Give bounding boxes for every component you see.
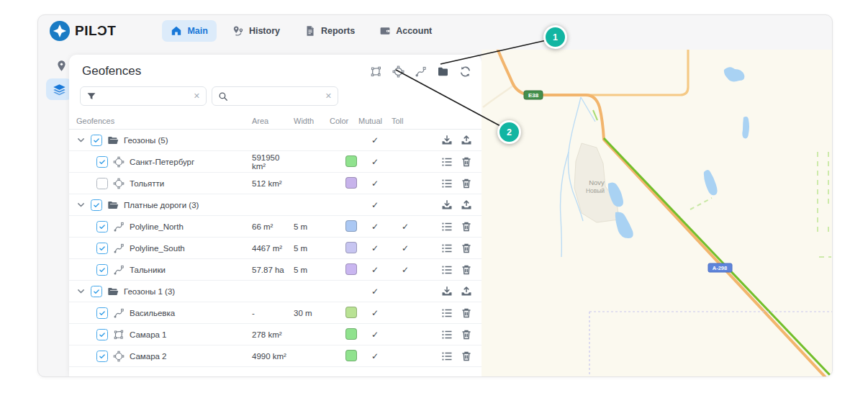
color-swatch[interactable] bbox=[345, 263, 357, 275]
geofence-row[interactable]: Санкт-Петербург591950 km²✓ bbox=[69, 151, 482, 173]
geofence-row[interactable]: Самара 24990 km²✓ bbox=[69, 345, 482, 367]
col-toll[interactable]: Toll bbox=[392, 117, 419, 125]
table-header: Geofences Area Width Color Mutual Toll bbox=[69, 113, 482, 130]
row-checkbox[interactable] bbox=[96, 329, 108, 340]
nav-tab-account[interactable]: Account bbox=[371, 20, 440, 42]
details-icon[interactable] bbox=[441, 178, 453, 189]
color-swatch[interactable] bbox=[345, 328, 357, 340]
row-checkbox[interactable] bbox=[96, 264, 108, 276]
folder-icon[interactable] bbox=[437, 66, 449, 78]
group-row[interactable]: Геозоны 1 (3)✓ bbox=[69, 281, 482, 302]
color-swatch[interactable] bbox=[345, 177, 357, 189]
geofence-row[interactable]: Polyline_South4467 m²5 m✓✓ bbox=[69, 238, 482, 259]
geofence-row[interactable]: Васильевка-30 m✓ bbox=[69, 302, 482, 324]
chevron-down-icon[interactable] bbox=[76, 200, 86, 209]
row-checkbox[interactable] bbox=[91, 135, 102, 146]
details-icon[interactable] bbox=[441, 307, 453, 319]
mutual-check: ✓ bbox=[358, 135, 392, 145]
geofence-row[interactable]: Тольятти512 km²✓ bbox=[69, 173, 482, 194]
col-area[interactable]: Area bbox=[252, 117, 294, 125]
road-badge-a298: A-298 bbox=[708, 263, 732, 272]
export-icon[interactable] bbox=[461, 199, 472, 211]
area-value: 278 km² bbox=[252, 330, 294, 339]
chevron-down-icon[interactable] bbox=[76, 286, 86, 296]
col-color[interactable]: Color bbox=[330, 117, 358, 125]
import-icon[interactable] bbox=[441, 286, 453, 297]
row-checkbox[interactable] bbox=[96, 221, 108, 232]
delete-icon[interactable] bbox=[461, 221, 472, 232]
details-icon[interactable] bbox=[441, 243, 453, 254]
refresh-icon[interactable] bbox=[459, 66, 471, 78]
page-title: Geofences bbox=[82, 64, 370, 78]
row-checkbox[interactable] bbox=[96, 156, 108, 168]
area-value: 57.87 ha bbox=[252, 266, 294, 274]
nav-tab-reports[interactable]: Reports bbox=[296, 20, 363, 42]
color-swatch[interactable] bbox=[345, 220, 357, 232]
wallet-icon bbox=[379, 25, 391, 37]
details-icon[interactable] bbox=[441, 264, 453, 276]
delete-icon[interactable] bbox=[461, 178, 472, 189]
geofence-row[interactable]: Самара 1278 km²✓ bbox=[69, 324, 482, 345]
clear-filter-icon[interactable]: ✕ bbox=[194, 92, 200, 100]
export-icon[interactable] bbox=[461, 286, 472, 297]
nav-tab-main[interactable]: Main bbox=[162, 20, 216, 42]
folder-open-icon bbox=[107, 199, 119, 211]
row-checkbox[interactable] bbox=[91, 286, 102, 297]
col-mutual[interactable]: Mutual bbox=[358, 117, 392, 125]
circle-geofence-icon bbox=[113, 156, 125, 168]
color-swatch[interactable] bbox=[345, 155, 357, 167]
folder-open-icon bbox=[107, 286, 119, 297]
details-icon[interactable] bbox=[441, 221, 453, 232]
col-geofences[interactable]: Geofences bbox=[76, 117, 252, 125]
delete-icon[interactable] bbox=[461, 329, 472, 340]
delete-icon[interactable] bbox=[461, 243, 472, 254]
map[interactable]: Novy Новый E38 A-298 bbox=[482, 50, 832, 376]
svg-text:A-298: A-298 bbox=[713, 265, 727, 271]
import-icon[interactable] bbox=[441, 199, 453, 211]
details-icon[interactable] bbox=[441, 329, 453, 340]
draw-circle-icon[interactable] bbox=[392, 66, 404, 78]
app-logo[interactable]: PILƆT bbox=[50, 21, 116, 41]
row-label: Тальники bbox=[130, 266, 166, 274]
search-inputbox[interactable]: ✕ bbox=[212, 86, 338, 106]
delete-icon[interactable] bbox=[461, 156, 472, 168]
geofence-row[interactable]: Тальники57.87 ha5 m✓✓ bbox=[69, 259, 482, 281]
row-checkbox[interactable] bbox=[96, 178, 108, 189]
clear-search-icon[interactable]: ✕ bbox=[325, 92, 332, 100]
color-swatch[interactable] bbox=[345, 350, 357, 361]
row-checkbox[interactable] bbox=[96, 243, 108, 254]
panel-header: Geofences bbox=[69, 55, 482, 85]
group-row[interactable]: Платные дороги (3)✓ bbox=[69, 194, 482, 216]
details-icon[interactable] bbox=[441, 156, 453, 168]
toll-check: ✓ bbox=[392, 243, 419, 253]
row-checkbox[interactable] bbox=[96, 351, 108, 362]
delete-icon[interactable] bbox=[461, 307, 472, 319]
import-icon[interactable] bbox=[441, 135, 453, 146]
filter-input[interactable] bbox=[101, 91, 189, 102]
row-label: Polyline_South bbox=[130, 244, 185, 253]
row-checkbox[interactable] bbox=[96, 307, 108, 319]
color-swatch[interactable] bbox=[345, 242, 357, 253]
export-icon[interactable] bbox=[461, 135, 472, 146]
color-swatch[interactable] bbox=[345, 307, 357, 318]
row-label: Самара 1 bbox=[130, 330, 167, 339]
mutual-check: ✓ bbox=[358, 222, 392, 232]
draw-polyline-icon[interactable] bbox=[415, 66, 427, 78]
details-icon[interactable] bbox=[441, 351, 453, 362]
layers-button[interactable] bbox=[46, 78, 72, 100]
row-checkbox[interactable] bbox=[91, 199, 102, 211]
filter-inputbox[interactable]: ✕ bbox=[80, 86, 207, 106]
delete-icon[interactable] bbox=[461, 351, 472, 362]
row-label: Геозоны 1 (3) bbox=[124, 287, 175, 296]
draw-polygon-icon[interactable] bbox=[370, 66, 382, 78]
group-row[interactable]: Геозоны (5)✓ bbox=[69, 130, 482, 151]
chevron-down-icon[interactable] bbox=[76, 135, 86, 145]
search-input[interactable] bbox=[232, 91, 321, 102]
width-value: 5 m bbox=[294, 266, 330, 274]
mutual-check: ✓ bbox=[358, 243, 392, 253]
nav-tab-history[interactable]: History bbox=[224, 20, 289, 42]
delete-icon[interactable] bbox=[461, 264, 472, 276]
geofence-row[interactable]: Polyline_North66 m²5 m✓✓ bbox=[69, 216, 482, 238]
col-width[interactable]: Width bbox=[294, 117, 330, 125]
map-pin-icon[interactable] bbox=[55, 60, 68, 73]
